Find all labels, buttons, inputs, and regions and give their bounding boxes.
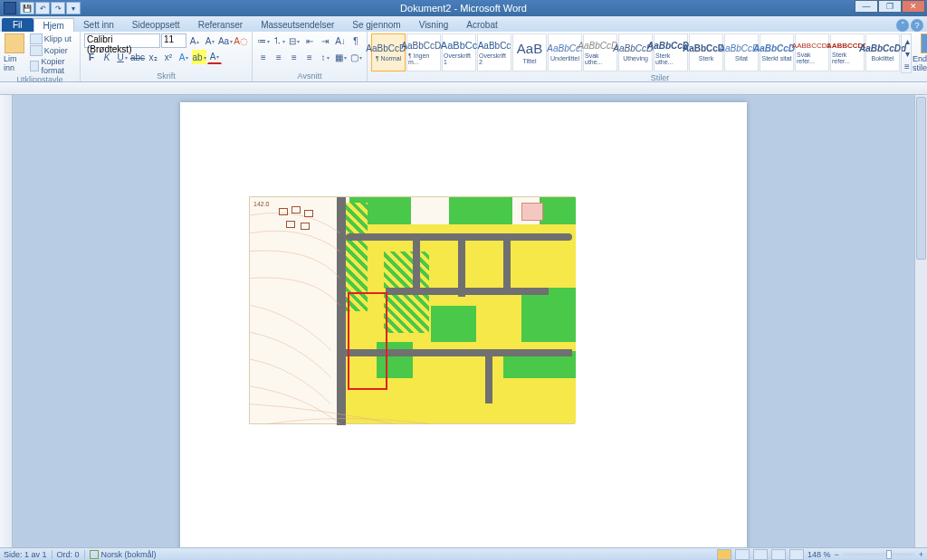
style-normal[interactable]: AaBbCcDd¶ Normal	[371, 33, 406, 71]
minimize-ribbon-icon[interactable]: ˄	[896, 19, 909, 32]
ribbon-tabs: Fil Hjem Sett inn Sideoppsett Referanser…	[0, 16, 927, 32]
subscript-button[interactable]: x₂	[146, 50, 160, 64]
style-tittel[interactable]: AaBTittel	[512, 33, 547, 71]
copy-icon	[30, 45, 43, 56]
group-clipboard: Lim inn Klipp ut Kopier Kopier format Ut…	[0, 32, 81, 81]
text-effects-button[interactable]: A▾	[177, 50, 191, 64]
minimize-button[interactable]: —	[855, 0, 878, 13]
show-marks-button[interactable]: ¶	[349, 33, 363, 48]
change-styles-icon	[921, 33, 927, 53]
styles-gallery[interactable]: AaBbCcDd¶ Normal AaBbCcDd¶ Ingen m... Aa…	[371, 33, 927, 73]
page-area[interactable]: 142.0	[13, 95, 914, 547]
increase-indent-button[interactable]: ⇥	[318, 33, 332, 48]
superscript-button[interactable]: x²	[161, 50, 176, 64]
ribbon: Lim inn Klipp ut Kopier Kopier format Ut…	[0, 32, 927, 82]
word-icon	[4, 2, 16, 14]
help-icon[interactable]: ?	[911, 19, 923, 32]
style-boktittel[interactable]: AaBbCcDdBoktittel	[865, 33, 900, 71]
multilevel-button[interactable]: ⊟▾	[287, 33, 301, 48]
styles-scroll-up[interactable]: ▴	[902, 34, 913, 47]
paste-icon	[5, 33, 24, 53]
style-ingen[interactable]: AaBbCcDd¶ Ingen m...	[406, 33, 441, 71]
numbering-button[interactable]: ⒈▾	[272, 33, 286, 48]
zoom-thumb[interactable]	[886, 550, 892, 559]
borders-button[interactable]: ▢▾	[349, 50, 363, 64]
styles-more[interactable]: ≡	[902, 60, 913, 72]
view-draft[interactable]	[789, 549, 804, 560]
underline-button[interactable]: U▾	[115, 50, 129, 64]
bullets-button[interactable]: ≔▾	[256, 33, 271, 48]
style-svakrefer[interactable]: AABBCCDDSvak refer...	[795, 33, 829, 71]
workspace: 142.0	[0, 82, 927, 547]
change-case-button[interactable]: Aa▾	[218, 33, 233, 48]
align-left-button[interactable]: ≡	[256, 50, 271, 64]
tab-visning[interactable]: Visning	[410, 18, 458, 32]
view-outline[interactable]	[771, 549, 786, 560]
sort-button[interactable]: A↓	[333, 33, 348, 48]
highlight-button[interactable]: ab▾	[192, 50, 206, 64]
tab-sideoppsett[interactable]: Sideoppsett	[123, 18, 189, 32]
font-color-button[interactable]: A▾	[207, 50, 222, 64]
italic-button[interactable]: K	[100, 50, 114, 64]
tab-hjem[interactable]: Hjem	[33, 18, 74, 32]
inserted-map-image[interactable]: 142.0	[249, 196, 575, 424]
change-styles-button[interactable]: Endre stiler	[913, 33, 927, 72]
proofing-icon[interactable]	[90, 550, 99, 559]
scrollbar-thumb[interactable]	[916, 97, 926, 260]
justify-button[interactable]: ≡	[302, 50, 317, 64]
format-painter-button[interactable]: Kopier format	[30, 57, 76, 75]
styles-scroll-down[interactable]: ▾	[902, 47, 913, 60]
qat-save[interactable]: 💾	[20, 2, 34, 14]
paste-button[interactable]: Lim inn	[4, 33, 26, 75]
qat-customize[interactable]: ▾	[66, 2, 81, 14]
zoom-slider[interactable]	[843, 553, 915, 556]
window-title: Dokument2 - Microsoft Word	[400, 3, 527, 14]
align-right-button[interactable]: ≡	[287, 50, 301, 64]
style-undertittel[interactable]: AaBbCc.Undertittel	[548, 33, 582, 71]
shrink-font-button[interactable]: A▾	[203, 33, 217, 48]
decrease-indent-button[interactable]: ⇤	[302, 33, 317, 48]
file-tab[interactable]: Fil	[2, 18, 33, 32]
view-print-layout[interactable]	[717, 549, 731, 560]
font-name-select[interactable]: Calibri (Brødtekst)	[84, 33, 160, 48]
shading-button[interactable]: ▦▾	[333, 50, 348, 64]
clear-formatting-button[interactable]: A◌	[234, 33, 248, 48]
view-full-screen[interactable]	[735, 549, 750, 560]
qat-undo[interactable]: ↶	[35, 2, 50, 14]
tab-masseutsendelser[interactable]: Masseutsendelser	[252, 18, 343, 32]
align-center-button[interactable]: ≡	[272, 50, 286, 64]
style-overskrift1[interactable]: AaBbCcOverskrift 1	[442, 33, 476, 71]
tab-referanser[interactable]: Referanser	[189, 18, 252, 32]
status-page[interactable]: Side: 1 av 1	[4, 550, 47, 559]
status-language[interactable]: Norsk (bokmål)	[101, 550, 157, 559]
group-font: Calibri (Brødtekst) 11 A▴ A▾ Aa▾ A◌ F K …	[81, 32, 253, 81]
scissors-icon	[30, 33, 43, 44]
close-button[interactable]: ✕	[902, 0, 925, 13]
style-sterktsitat[interactable]: AaBbCcDdSterkt sitat	[760, 33, 794, 71]
brush-icon	[30, 61, 40, 71]
maximize-button[interactable]: ❐	[878, 0, 902, 13]
zoom-out-button[interactable]: −	[834, 550, 838, 559]
document-page[interactable]: 142.0	[180, 102, 747, 547]
cut-button[interactable]: Klipp ut	[30, 33, 76, 44]
strikethrough-button[interactable]: abc	[130, 50, 145, 64]
tab-acrobat[interactable]: Acrobat	[457, 18, 506, 32]
horizontal-ruler[interactable]	[0, 82, 927, 95]
line-spacing-button[interactable]: ↕▾	[318, 50, 332, 64]
zoom-in-button[interactable]: +	[919, 550, 923, 559]
copy-button[interactable]: Kopier	[30, 45, 76, 56]
status-words[interactable]: Ord: 0	[57, 550, 80, 559]
font-size-select[interactable]: 11	[161, 33, 186, 48]
vertical-ruler[interactable]	[0, 95, 13, 547]
bold-button[interactable]: F	[84, 50, 99, 64]
view-web-layout[interactable]	[753, 549, 768, 560]
qat-redo[interactable]: ↷	[51, 2, 65, 14]
tab-settinn[interactable]: Sett inn	[74, 18, 123, 32]
vertical-scrollbar[interactable]	[914, 95, 927, 547]
status-bar: Side: 1 av 1 Ord: 0 Norsk (bokmål) 148 %…	[0, 547, 927, 560]
tab-segjennom[interactable]: Se gjennom	[343, 18, 409, 32]
zoom-level[interactable]: 148 %	[808, 550, 831, 559]
style-overskrift2[interactable]: AaBbCcOverskrift 2	[477, 33, 511, 71]
grow-font-button[interactable]: A▴	[187, 33, 202, 48]
style-utheving[interactable]: AaBbCcDdUtheving	[618, 33, 653, 71]
